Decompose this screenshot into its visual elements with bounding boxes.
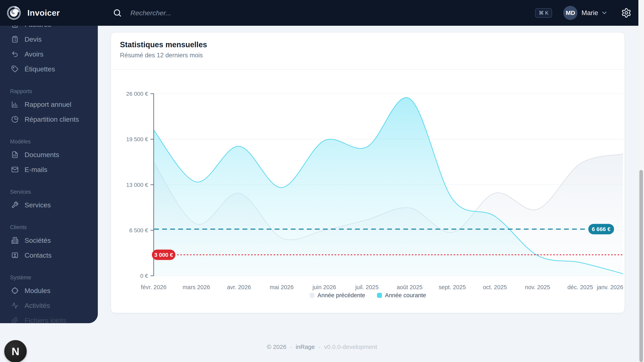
navbar-right: ⌘ K MD Marie: [535, 6, 644, 20]
wrench-icon: [11, 201, 18, 209]
svg-text:mars 2026: mars 2026: [182, 284, 210, 290]
svg-text:13 000 €: 13 000 €: [126, 182, 148, 188]
sidebar-item-activites[interactable]: Activités: [0, 298, 98, 313]
footer-version: v0.0.0-development: [324, 344, 377, 350]
legend-item-annee-courante[interactable]: Année courante: [377, 292, 426, 299]
sidebar-item-avoirs[interactable]: Avoirs: [0, 47, 98, 61]
puzzle-icon: [11, 287, 18, 294]
page-subtitle: Résumé des 12 derniers mois: [120, 51, 615, 59]
svg-text:26 000 €: 26 000 €: [126, 91, 148, 97]
bar-chart-icon: [11, 101, 18, 108]
user-name[interactable]: Marie: [582, 9, 598, 17]
undo-arrow-icon: [11, 50, 18, 58]
sidebar-item-label: Modules: [24, 287, 50, 295]
scrollbar-thumb[interactable]: [639, 170, 643, 362]
sidebar-group-services: Services: [0, 188, 98, 196]
svg-text:avr. 2026: avr. 2026: [227, 284, 251, 290]
sidebar-item-emails[interactable]: E-mails: [0, 162, 98, 177]
monthly-stats-chart: 0 €6 500 €13 000 €19 500 €26 000 €3 000 …: [111, 70, 624, 290]
sidebar-item-fichiers-joints[interactable]: Fichiers joints: [0, 313, 98, 323]
sidebar-item-label: Contacts: [24, 251, 52, 259]
footer-copyright: © 2026: [267, 344, 286, 350]
legend-swatch-gray: [310, 293, 314, 298]
sidebar-group-clients: Clients: [0, 223, 98, 231]
sidebar-item-label: Étiquettes: [24, 65, 55, 73]
svg-text:6 666 €: 6 666 €: [592, 226, 611, 232]
file-text-icon: [11, 26, 18, 28]
sidebar-item-modules[interactable]: Modules: [0, 283, 98, 298]
sidebar-item-label: Fichiers joints: [24, 317, 66, 323]
sidebar-item-repartition-clients[interactable]: Répartition clients: [0, 112, 98, 127]
search-icon: [113, 8, 122, 17]
sidebar-group-rapports: Rapports: [0, 87, 98, 95]
page-title: Statistiques mensuelles: [120, 40, 615, 49]
mail-icon: [11, 166, 18, 173]
sidebar: Factures Devis Avoirs Étiquettes Rapport…: [0, 26, 98, 323]
svg-text:juin 2026: juin 2026: [312, 284, 336, 290]
svg-text:juil. 2025: juil. 2025: [355, 284, 378, 290]
sidebar-item-label: Activités: [24, 302, 50, 310]
sidebar-item-label: Avoirs: [24, 50, 44, 58]
gear-icon[interactable]: [621, 8, 632, 18]
sidebar-item-devis[interactable]: Devis: [0, 32, 98, 47]
sidebar-item-factures[interactable]: Factures: [0, 26, 98, 32]
top-navbar: Invoicer ⌘ K MD Marie: [0, 0, 644, 26]
legend-swatch-cyan: [377, 293, 382, 298]
svg-text:janv. 2026: janv. 2026: [596, 284, 623, 290]
avatar[interactable]: MD: [563, 6, 578, 20]
sidebar-item-societes[interactable]: Sociétés: [0, 233, 98, 248]
svg-text:0 €: 0 €: [140, 273, 148, 279]
svg-text:sept. 2025: sept. 2025: [439, 284, 466, 290]
sidebar-item-label: Rapport annuel: [24, 100, 72, 108]
invoicer-logo: [6, 5, 22, 21]
id-card-icon: [11, 252, 18, 259]
svg-text:févr. 2026: févr. 2026: [141, 284, 166, 290]
sidebar-item-label: E-mails: [24, 166, 47, 174]
page-footer: © 2026 · inRage · v0.0.0-development: [0, 344, 644, 350]
activity-icon: [11, 302, 18, 309]
chart-legend: Année précédente Année courante: [111, 290, 624, 300]
legend-label: Année courante: [385, 292, 426, 299]
svg-text:3 000 €: 3 000 €: [154, 252, 173, 258]
sidebar-item-label: Sociétés: [24, 237, 51, 244]
sidebar-item-etiquettes[interactable]: Étiquettes: [0, 61, 98, 76]
sidebar-item-label: Services: [24, 201, 51, 209]
building-icon: [11, 237, 18, 244]
svg-text:19 500 €: 19 500 €: [126, 136, 148, 142]
sidebar-group-systeme: Système: [0, 274, 98, 282]
stats-card: Statistiques mensuelles Résumé des 12 de…: [111, 32, 625, 313]
sidebar-item-contacts[interactable]: Contacts: [0, 248, 98, 263]
tag-icon: [11, 65, 18, 73]
svg-text:août 2025: août 2025: [397, 284, 422, 290]
legend-item-annee-precedente[interactable]: Année précédente: [310, 292, 365, 299]
pie-chart-icon: [11, 116, 18, 123]
file-code-icon: [11, 151, 18, 158]
sidebar-item-label: Répartition clients: [24, 115, 79, 123]
sidebar-item-documents[interactable]: Documents: [0, 147, 98, 162]
search-shortcut-kbd: ⌘ K: [535, 8, 552, 18]
footer-brand-link[interactable]: inRage: [296, 344, 315, 350]
footer-separator: ·: [318, 344, 320, 350]
sidebar-item-label: Documents: [24, 151, 59, 159]
footer-separator: ·: [290, 344, 292, 350]
svg-text:oct. 2025: oct. 2025: [483, 284, 507, 290]
clipboard-list-icon: [11, 35, 18, 43]
brand-name: Invoicer: [27, 8, 60, 18]
svg-text:déc. 2025: déc. 2025: [567, 284, 593, 290]
svg-text:nov. 2025: nov. 2025: [525, 284, 550, 290]
paperclip-icon: [11, 317, 18, 323]
stats-card-header: Statistiques mensuelles Résumé des 12 de…: [111, 32, 624, 70]
legend-label: Année précédente: [318, 292, 365, 299]
global-search[interactable]: [113, 0, 271, 26]
sidebar-item-services[interactable]: Services: [0, 198, 98, 212]
nextjs-dev-button[interactable]: N: [4, 340, 27, 362]
brand-home-link[interactable]: Invoicer: [0, 5, 60, 21]
sidebar-group-modeles: Modèles: [0, 138, 98, 146]
svg-text:6 500 €: 6 500 €: [130, 227, 148, 234]
sidebar-item-label: Devis: [24, 35, 42, 43]
sidebar-item-label: Factures: [24, 26, 51, 28]
sidebar-nav: Factures Devis Avoirs Étiquettes Rapport…: [0, 26, 98, 323]
chevron-down-icon[interactable]: [601, 9, 608, 16]
search-input[interactable]: [130, 9, 271, 17]
sidebar-item-rapport-annuel[interactable]: Rapport annuel: [0, 97, 98, 112]
